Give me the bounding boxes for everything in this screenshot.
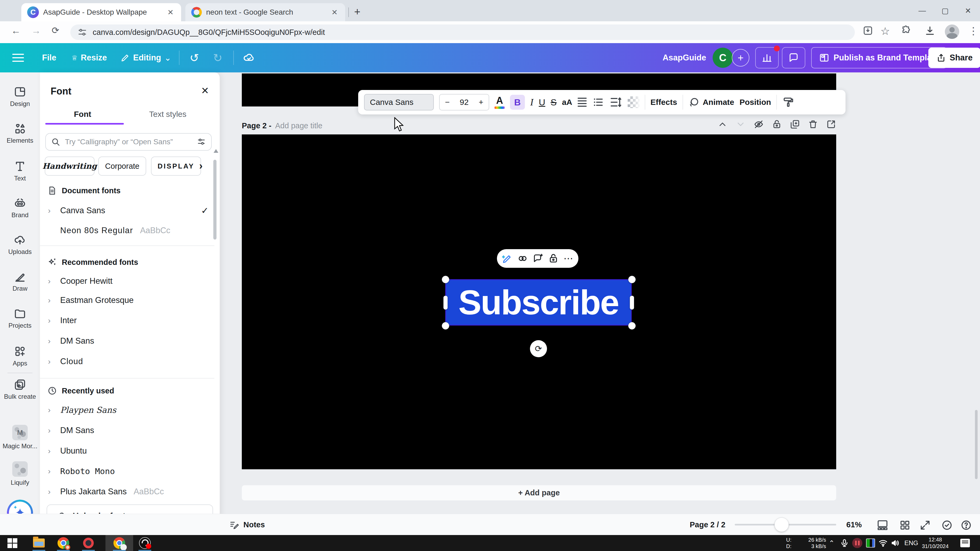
sidebar-item-liquify[interactable]: Liquify [0, 461, 40, 486]
new-tab-button[interactable]: + [354, 6, 360, 18]
underline-button[interactable]: U [539, 97, 546, 108]
notification-center-icon[interactable] [960, 535, 970, 551]
text-case-button[interactable]: aA [562, 98, 572, 107]
transparency-button[interactable] [628, 96, 640, 108]
publish-brand-template-button[interactable]: Publish as Brand Template [811, 43, 947, 72]
resize-handle-top-right[interactable] [628, 276, 636, 283]
copy-style-icon[interactable] [517, 253, 528, 264]
font-item-eastman-grotesque[interactable]: › Eastman Grotesque [40, 294, 210, 306]
chevron-right-icon[interactable]: › [48, 296, 60, 305]
window-close-button[interactable]: ✕ [956, 0, 980, 21]
chevron-right-icon[interactable]: › [48, 426, 60, 435]
resize-handle-top-left[interactable] [442, 276, 449, 283]
download-icon[interactable] [924, 25, 936, 37]
font-size-value[interactable]: 92 [460, 98, 468, 107]
bold-button[interactable]: B [510, 95, 525, 110]
share-button[interactable]: Share [928, 43, 980, 72]
italic-button[interactable]: I [530, 97, 533, 108]
gpu-tray-icon[interactable] [866, 535, 875, 551]
file-explorer-icon[interactable] [32, 537, 45, 549]
sidebar-item-design[interactable]: Design [0, 86, 40, 108]
close-icon[interactable]: ✕ [166, 8, 175, 17]
chevron-right-icon[interactable]: › [48, 337, 60, 346]
sidebar-item-magic-morph[interactable]: M Magic Mor... [0, 425, 40, 450]
alignment-button[interactable] [578, 98, 587, 107]
selected-text-element[interactable]: Subscribe [445, 279, 632, 326]
resize-button[interactable]: ♕ Resize [72, 43, 107, 72]
tab-google-search[interactable]: neon text - Google Search ✕ [185, 3, 345, 21]
lock-icon[interactable] [548, 253, 559, 264]
sidebar-item-uploads[interactable]: Uploads [0, 234, 40, 256]
insights-button[interactable] [755, 43, 779, 72]
recorder-app-icon[interactable] [82, 537, 95, 549]
sidebar-item-bulk-create[interactable]: Bulk create [0, 378, 40, 400]
font-selector[interactable]: Canva Sans [364, 94, 434, 110]
editing-mode-button[interactable]: Editing ⌄ [120, 43, 171, 72]
chevron-right-icon[interactable]: › [48, 487, 60, 496]
font-item-neon-80s[interactable]: Neon 80s Regular AaBbCc [40, 225, 210, 237]
tab-font[interactable]: Font [43, 110, 123, 119]
copy-style-roller-icon[interactable] [782, 96, 794, 108]
close-icon[interactable]: ✕ [201, 85, 209, 96]
resize-handle-left[interactable] [444, 296, 448, 310]
sidebar-item-text[interactable]: Text [0, 160, 40, 182]
bookmark-star-icon[interactable]: ☆ [880, 25, 890, 37]
chip-display[interactable]: DISPLAY [151, 157, 201, 176]
forward-button[interactable]: → [32, 25, 41, 36]
microphone-icon[interactable] [840, 535, 849, 551]
effects-button[interactable]: Effects [651, 98, 677, 107]
language-indicator[interactable]: ENG [904, 535, 918, 551]
resize-handle-right[interactable] [630, 296, 634, 310]
tab-canva[interactable]: C AsapGuide - Desktop Wallpape ✕ [21, 3, 181, 21]
resize-handle-bottom-left[interactable] [442, 322, 449, 330]
zoom-slider-thumb[interactable] [775, 518, 789, 532]
file-menu-button[interactable]: File [42, 43, 56, 72]
chevron-right-icon[interactable]: › [48, 316, 60, 325]
font-item-dm-sans-recent[interactable]: › DM Sans [40, 424, 210, 436]
font-item-cooper-hewitt[interactable]: › Cooper Hewitt [40, 275, 210, 287]
chevron-right-icon[interactable]: › [48, 467, 60, 476]
text-color-button[interactable]: A [495, 96, 504, 109]
tray-expand-icon[interactable]: ⌃ [829, 535, 835, 551]
magic-edit-icon[interactable] [502, 253, 512, 264]
add-member-button[interactable]: + [732, 43, 749, 72]
add-page-button[interactable]: + Add page [242, 485, 836, 500]
font-item-roboto-mono[interactable]: › Roboto Mono [40, 465, 210, 477]
font-item-inter[interactable]: › Inter [40, 314, 210, 326]
canvas-scrollbar[interactable] [975, 410, 978, 479]
canvas-text[interactable]: Subscribe [458, 283, 619, 322]
sidebar-item-draw[interactable]: Draw [0, 270, 40, 292]
list-button[interactable] [592, 96, 604, 108]
chevron-right-icon[interactable]: › [48, 357, 60, 366]
chips-next-icon[interactable]: › [199, 160, 203, 171]
strikethrough-button[interactable]: S [551, 97, 557, 108]
font-item-cloud[interactable]: › Cloud [40, 356, 210, 367]
font-item-dm-sans[interactable]: › DM Sans [40, 335, 210, 347]
site-settings-icon[interactable] [78, 28, 87, 37]
font-item-ubuntu[interactable]: › Ubuntu [40, 445, 210, 457]
move-page-up-icon[interactable] [718, 119, 727, 129]
wifi-icon[interactable] [878, 535, 888, 551]
more-options-icon[interactable]: ⋯ [563, 253, 574, 264]
position-button[interactable]: Position [740, 98, 771, 107]
chip-handwriting[interactable]: Handwriting [45, 157, 94, 176]
chevron-right-icon[interactable]: › [48, 446, 60, 456]
window-minimize-button[interactable]: — [911, 0, 934, 21]
scroll-up-icon[interactable] [213, 149, 218, 153]
filter-icon[interactable] [197, 137, 206, 146]
tab-text-styles[interactable]: Text styles [128, 110, 208, 119]
comments-button[interactable] [782, 43, 805, 72]
volume-icon[interactable] [891, 535, 900, 551]
chrome-profile-icon[interactable] [113, 537, 126, 549]
home-menu-button[interactable] [12, 43, 24, 72]
chevron-right-icon[interactable]: › [48, 405, 60, 414]
animate-button[interactable]: Animate [688, 97, 734, 108]
sidebar-item-projects[interactable]: Projects [0, 307, 40, 329]
help-icon[interactable] [960, 519, 972, 531]
delete-page-icon[interactable] [808, 119, 818, 129]
close-icon[interactable]: ✕ [330, 8, 339, 17]
chevron-right-icon[interactable]: › [48, 206, 60, 215]
undo-button[interactable]: ↺ [189, 43, 199, 72]
font-item-plus-jakarta-sans[interactable]: › Plus Jakarta Sans AaBbCc [40, 486, 210, 497]
hide-page-icon[interactable] [754, 119, 764, 129]
